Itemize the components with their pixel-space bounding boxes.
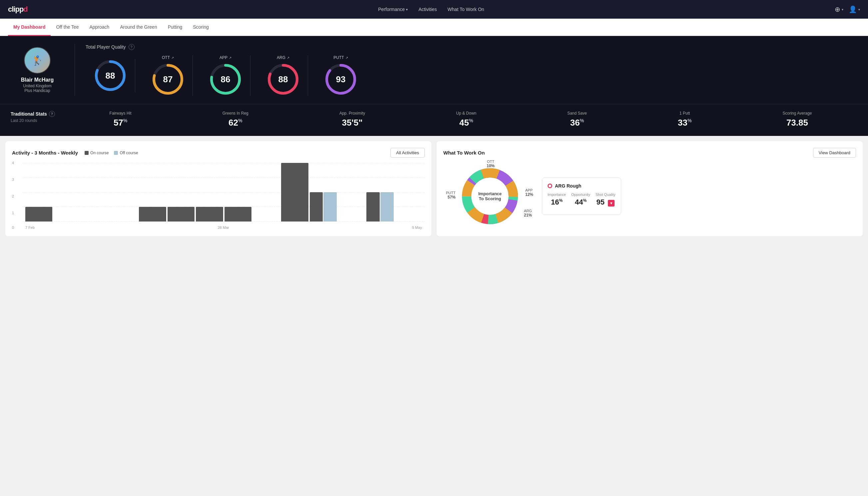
nav-activities[interactable]: Activities [419, 7, 437, 12]
donut-label-putt: PUTT 57% [446, 191, 456, 200]
detail-opportunity: Opportunity 44% [571, 192, 590, 206]
bar-on-course [366, 192, 380, 221]
putt-value: 93 [336, 74, 346, 84]
overall-circle: 88 [94, 59, 127, 92]
stats-info-icon[interactable]: ? [49, 111, 55, 117]
stat-sand-save-value: 36% [570, 118, 584, 128]
chart-area: 4 3 2 1 0 7 Feb 28 Mar 9 May [12, 163, 425, 230]
bar-group [168, 207, 194, 221]
add-button[interactable]: ⊕ ▾ [835, 5, 843, 13]
tab-off-the-tee[interactable]: Off the Tee [51, 19, 84, 36]
stat-app-proximity: App. Proximity 35'5" [340, 111, 365, 128]
bar-off-course [323, 192, 337, 221]
x-labels: 7 Feb 28 Mar 9 May [23, 226, 425, 230]
putt-trend-icon: ↗ [345, 56, 348, 60]
detail-card: ARG Rough Importance 16% Opportunity 44% [542, 177, 621, 215]
tab-bar: My Dashboard Off the Tee Approach Around… [0, 19, 868, 36]
app-value: 86 [221, 74, 231, 84]
tpq-info-icon[interactable]: ? [129, 44, 135, 50]
tab-my-dashboard[interactable]: My Dashboard [8, 19, 51, 36]
nav-right: ⊕ ▾ 👤 ▾ [835, 5, 860, 13]
tab-approach[interactable]: Approach [84, 19, 114, 36]
detail-title: ARG Rough [548, 183, 616, 188]
nav-links: Performance ▾ Activities What To Work On [378, 7, 484, 12]
donut-section: OTT 10% APP 12% ARG 21% PUTT 57% [443, 163, 856, 230]
stat-scoring-average: Scoring Average 73.85 [783, 111, 812, 128]
legend-on-course-dot [84, 151, 89, 155]
user-menu-button[interactable]: 👤 ▾ [849, 5, 860, 13]
stat-1-putt-value: 33% [678, 118, 692, 128]
detail-shot-quality: Shot Quality 95 ▼ [596, 192, 616, 206]
work-on-card: What To Work On View Dashboard OTT 10% A… [437, 141, 863, 236]
detail-dot [548, 184, 552, 188]
player-name: Blair McHarg [21, 77, 54, 83]
bar-group [25, 207, 52, 221]
ott-trend-icon: ↗ [171, 56, 174, 60]
nav-performance[interactable]: Performance ▾ [378, 7, 408, 12]
all-activities-button[interactable]: All Activities [390, 148, 425, 158]
stat-1-putt: 1 Putt 33% [678, 111, 692, 128]
bar-on-course [25, 207, 52, 221]
bar-on-course [224, 207, 251, 221]
arg-circle: 88 [267, 63, 300, 96]
stat-greens-in-reg-label: Greens In Reg [222, 111, 249, 115]
detail-metrics: Importance 16% Opportunity 44% Shot Qual… [548, 192, 616, 206]
bar-on-course [310, 192, 323, 221]
stat-greens-in-reg: Greens In Reg 62% [222, 111, 249, 128]
stat-scoring-average-value: 73.85 [786, 118, 808, 128]
chevron-down-icon: ▾ [406, 7, 408, 11]
work-on-title: What To Work On [443, 150, 485, 156]
x-label-feb: 7 Feb [25, 226, 35, 230]
stat-sand-save-label: Sand Save [567, 111, 587, 115]
stat-up-and-down: Up & Down 45% [456, 111, 476, 128]
scores-header: Total Player Quality ? [85, 44, 857, 50]
bar-group [139, 207, 166, 221]
app-circle: 86 [209, 63, 242, 96]
arg-label: ARG ↗ [277, 55, 289, 60]
bar-on-course [168, 207, 194, 221]
bar-group [281, 163, 308, 221]
view-dashboard-button[interactable]: View Dashboard [813, 148, 856, 158]
logo[interactable]: clippd [8, 5, 28, 14]
chart-legend: On course Off course [84, 151, 138, 155]
x-label-may: 9 May [412, 226, 422, 230]
bottom-section: Activity - 3 Months - Weekly On course O… [0, 136, 868, 242]
player-card: 🏌️ Blair McHarg United Kingdom Plus Hand… [11, 47, 64, 93]
nav-what-to-work-on[interactable]: What To Work On [448, 7, 484, 12]
shot-quality-down-badge: ▼ [608, 200, 615, 206]
tab-around-the-green[interactable]: Around the Green [114, 19, 162, 36]
stat-sand-save: Sand Save 36% [567, 111, 587, 128]
stat-fairways-hit-value: 57% [114, 118, 127, 128]
y-label-0: 0 [12, 226, 14, 230]
y-label-2: 2 [12, 194, 14, 198]
bar-on-course [139, 207, 166, 221]
score-cards: 88 OTT ↗ 87 APP [85, 55, 857, 96]
bar-on-course [196, 207, 223, 221]
chart-title: Activity - 3 Months - Weekly [12, 150, 78, 156]
score-ott: OTT ↗ 87 [143, 55, 193, 96]
activity-chart-card: Activity - 3 Months - Weekly On course O… [5, 141, 431, 236]
stats-label: Traditional Stats ? [11, 111, 64, 117]
putt-label: PUTT ↗ [333, 55, 348, 60]
app-trend-icon: ↗ [229, 56, 232, 60]
bars-row [23, 163, 425, 221]
detail-importance: Importance 16% [548, 192, 566, 206]
arg-trend-icon: ↗ [287, 56, 289, 60]
app-label: APP ↗ [220, 55, 232, 60]
tab-scoring[interactable]: Scoring [188, 19, 214, 36]
top-nav: clippd Performance ▾ Activities What To … [0, 0, 868, 19]
score-app: APP ↗ 86 [201, 55, 251, 96]
stat-greens-in-reg-value: 62% [228, 118, 242, 128]
stat-fairways-hit-label: Fairways Hit [110, 111, 131, 115]
bar-group [196, 207, 223, 221]
bar-on-course [281, 163, 308, 221]
stats-row: Traditional Stats ? Last 20 rounds Fairw… [0, 104, 868, 136]
tab-putting[interactable]: Putting [162, 19, 188, 36]
work-on-header: What To Work On View Dashboard [443, 148, 856, 158]
ott-value: 87 [163, 74, 173, 84]
y-label-1: 1 [12, 211, 14, 215]
bar-group [366, 192, 393, 221]
legend-off-course: Off course [114, 151, 138, 155]
player-handicap: Plus Handicap [24, 88, 50, 93]
bar-off-course [380, 192, 394, 221]
